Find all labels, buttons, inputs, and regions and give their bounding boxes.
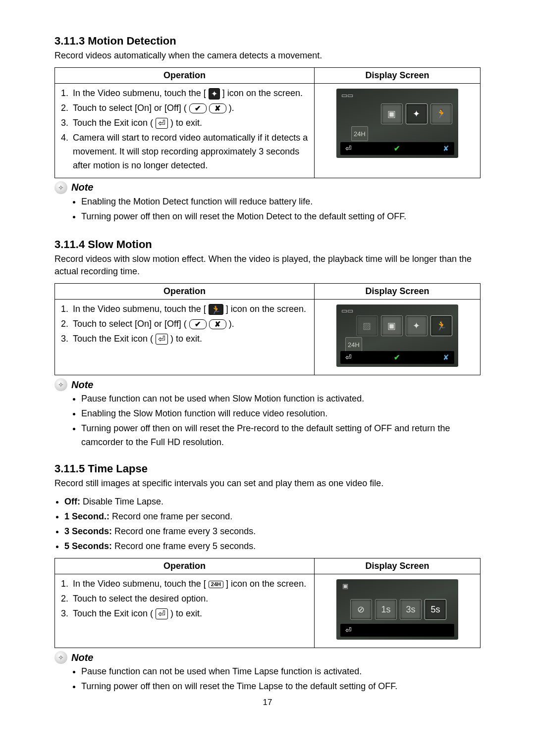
tile-slow-icon: 🏃	[430, 315, 452, 336]
note-list: Enabling the Motion Detect function will…	[81, 195, 481, 224]
note-header: ✧ Note	[54, 651, 481, 664]
motion-detect-icon: ✦	[209, 88, 220, 99]
step-3: Touch the Exit icon ( ⏎ ) to exit.	[71, 332, 309, 346]
tile-off-icon: ⊘	[350, 599, 372, 620]
tile-fhd-icon: ▣	[381, 315, 403, 336]
tile-3s-icon: 3s	[400, 599, 422, 620]
tile-24h-icon: 24H	[345, 337, 362, 352]
note-title: Note	[71, 379, 93, 391]
note-title: Note	[71, 652, 93, 663]
step-1: In the Video submenu, touch the [ ✦ ] ic…	[71, 87, 309, 101]
page-number: 17	[54, 698, 481, 707]
tile-fhd-icon: ▣	[381, 103, 403, 124]
display-screen-timelapse: ▣ ⊘ 1s 3s 5s ⏎	[336, 579, 458, 640]
step-1: In the Video submenu, touch the [ 24H ] …	[71, 577, 309, 591]
col-operation: Operation	[55, 558, 315, 574]
check-icon: ✔	[394, 353, 400, 362]
cross-icon: ✘	[209, 319, 226, 329]
intro-timelapse: Record still images at specific interval…	[54, 477, 481, 489]
option-5s: 5 Seconds: Record one frame every 5 seco…	[64, 540, 481, 554]
heading-slow-motion: 3.11.4 Slow Motion	[54, 238, 481, 251]
note-header: ✧ Note	[54, 181, 481, 194]
display-cell-timelapse: ▣ ⊘ 1s 3s 5s ⏎	[314, 574, 480, 648]
option-off: Off: Disable Time Lapse.	[64, 495, 481, 509]
bottom-bar: ⏎	[340, 624, 454, 637]
timelapse-options: Off: Disable Time Lapse. 1 Second.: Reco…	[64, 495, 481, 554]
intro-slow: Record videos with slow motion effect. W…	[54, 253, 481, 277]
note-item: Pause function can not be used when Slow…	[81, 392, 481, 406]
col-operation: Operation	[55, 68, 315, 84]
tile-5s-icon: 5s	[425, 599, 446, 620]
time-lapse-icon: 24H	[209, 581, 223, 588]
note-item: Turning power off then on will reset the…	[81, 210, 481, 224]
tile-motion-icon: ✦	[406, 103, 428, 124]
exit-icon: ⏎	[345, 353, 352, 362]
operation-cell-timelapse: In the Video submenu, touch the [ 24H ] …	[55, 574, 315, 648]
exit-icon: ⏎	[156, 118, 168, 129]
lightbulb-icon: ✧	[54, 378, 67, 391]
slow-motion-icon: 🏃	[209, 304, 223, 315]
bottom-bar: ⏎ ✔ ✘	[340, 142, 454, 155]
display-screen-motion: ▭▭ ▣ ✦ 🏃 24H ⏎ ✔ ✘	[336, 89, 458, 158]
option-3s: 3 Seconds: Record one frame every 3 seco…	[64, 525, 481, 539]
step-3: Touch the Exit icon ( ⏎ ) to exit.	[71, 116, 309, 130]
col-operation: Operation	[55, 284, 315, 300]
exit-icon: ⏎	[156, 608, 168, 619]
note-item: Turning power off then on will reset the…	[81, 680, 481, 694]
note-item: Turning power off then on will reset the…	[81, 422, 481, 450]
exit-icon: ⏎	[345, 144, 352, 153]
battery-icon: ▭▭	[341, 92, 353, 99]
display-cell-slow: ▭▭ ▨ ▣ ✦ 🏃 24H ⏎ ✔ ✘	[314, 300, 480, 375]
display-cell-motion: ▭▭ ▣ ✦ 🏃 24H ⏎ ✔ ✘	[314, 84, 480, 178]
note-item: Enabling the Slow Motion function will r…	[81, 407, 481, 421]
tile-24h-icon: 24H	[351, 126, 368, 141]
display-screen-slow: ▭▭ ▨ ▣ ✦ 🏃 24H ⏎ ✔ ✘	[336, 304, 458, 367]
step-4: Camera will start to record video automa…	[71, 131, 309, 173]
operation-cell-slow: In the Video submenu, touch the [ 🏃 ] ic…	[55, 300, 315, 375]
step-2: Touch to select [On] or [Off] ( ✔ ✘ ).	[71, 317, 309, 331]
lightbulb-icon: ✧	[54, 651, 67, 664]
table-slow: Operation Display Screen In the Video su…	[54, 283, 481, 375]
operation-cell-motion: In the Video submenu, touch the [ ✦ ] ic…	[55, 84, 315, 178]
table-timelapse: Operation Display Screen In the Video su…	[54, 558, 481, 648]
film-icon: ▣	[342, 582, 348, 590]
tile-dim-icon: ▨	[356, 315, 378, 336]
note-header: ✧ Note	[54, 378, 481, 391]
col-display: Display Screen	[314, 558, 480, 574]
check-icon: ✔	[189, 103, 207, 113]
note-item: Enabling the Motion Detect function will…	[81, 195, 481, 209]
step-1: In the Video submenu, touch the [ 🏃 ] ic…	[71, 302, 309, 316]
tile-motion-icon: ✦	[406, 315, 428, 336]
col-display: Display Screen	[314, 68, 480, 84]
col-display: Display Screen	[314, 284, 480, 300]
tile-1s-icon: 1s	[375, 599, 397, 620]
note-item: Pause function can not be used when Time…	[81, 665, 481, 679]
document-page: 3.11.3 Motion Detection Record videos au…	[0, 0, 535, 722]
battery-icon: ▭▭	[341, 307, 353, 314]
intro-motion: Record videos automatically when the cam…	[54, 50, 481, 61]
step-2: Touch to select the desired option.	[71, 592, 309, 606]
bottom-bar: ⏎ ✔ ✘	[340, 351, 454, 364]
tile-slow-icon: 🏃	[430, 103, 452, 124]
exit-icon: ⏎	[156, 334, 168, 345]
check-icon: ✔	[189, 319, 207, 329]
heading-motion-detection: 3.11.3 Motion Detection	[54, 35, 481, 48]
note-title: Note	[71, 182, 93, 193]
cross-icon: ✘	[443, 353, 449, 362]
step-3: Touch the Exit icon ( ⏎ ) to exit.	[71, 607, 309, 621]
cross-icon: ✘	[443, 144, 449, 153]
option-1s: 1 Second.: Record one frame per second.	[64, 510, 481, 524]
table-motion: Operation Display Screen In the Video su…	[54, 67, 481, 178]
exit-icon: ⏎	[345, 626, 352, 635]
step-2: Touch to select [On] or [Off] ( ✔ ✘ ).	[71, 101, 309, 115]
cross-icon: ✘	[209, 103, 226, 113]
lightbulb-icon: ✧	[54, 181, 67, 194]
heading-time-lapse: 3.11.5 Time Lapse	[54, 462, 481, 475]
note-list: Pause function can not be used when Time…	[81, 665, 481, 694]
check-icon: ✔	[394, 144, 400, 153]
note-list: Pause function can not be used when Slow…	[81, 392, 481, 450]
